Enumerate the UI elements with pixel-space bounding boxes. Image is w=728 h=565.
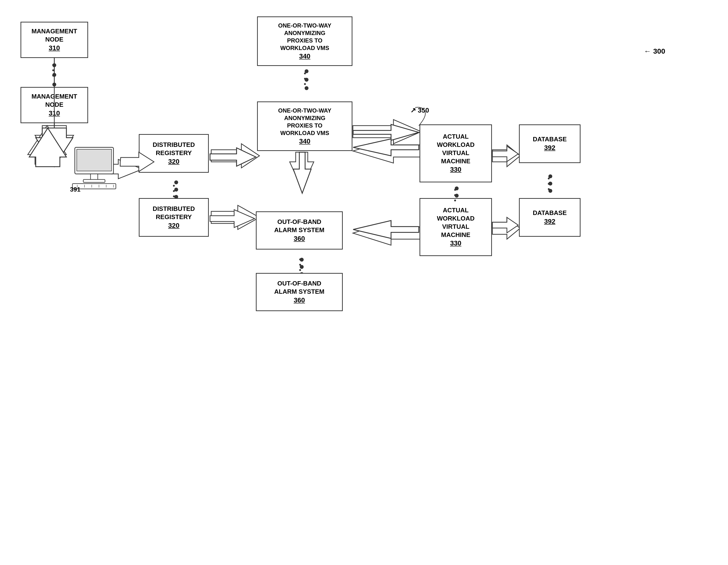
svg-marker-47 <box>353 124 419 140</box>
svg-marker-48 <box>353 139 419 156</box>
svg-marker-46 <box>210 148 256 166</box>
vm-1-ref: 330 <box>450 165 462 174</box>
db-2-ref: 392 <box>544 217 555 226</box>
dist-registry-2-ref: 320 <box>168 221 180 230</box>
svg-marker-52 <box>492 146 518 162</box>
svg-rect-33 <box>77 149 112 171</box>
dist-registry-2-box: DISTRIBUTED REGISTERY 320 <box>139 198 209 237</box>
svg-marker-8 <box>353 221 421 245</box>
svg-marker-11 <box>492 217 520 239</box>
svg-marker-5 <box>353 119 421 144</box>
dist-registry-1-label: DISTRIBUTED REGISTERY <box>153 141 195 157</box>
alarm-1-ref: 360 <box>294 234 305 243</box>
mgmt-dots: ● ● ● <box>52 62 55 78</box>
svg-marker-50 <box>353 220 419 238</box>
alarm-dots: ● ● ● <box>299 256 301 273</box>
right-arrow-vm2-db2 <box>492 217 520 239</box>
left-arrow-vm-proxy <box>353 139 421 163</box>
ref-350-label: ↗ 350 <box>410 106 429 114</box>
db-1-ref: 392 <box>544 143 555 152</box>
db-1-box: DATABASE 392 <box>519 124 581 163</box>
vm-2-box: ACTUAL WORKLOAD VIRTUAL MACHINE 330 <box>420 198 492 256</box>
alarm-2-label: OUT-OF-BAND ALARM SYSTEM <box>274 279 324 296</box>
svg-rect-35 <box>83 179 105 182</box>
svg-marker-9 <box>211 205 259 229</box>
management-node-1-ref: 310 <box>49 44 60 52</box>
proxy-1-ref: 340 <box>299 52 310 61</box>
svg-marker-44 <box>29 128 66 167</box>
management-node-1-label: MANAGEMENT NODE <box>31 27 77 44</box>
management-node-2-box: MANAGEMENT NODE 310 <box>21 87 88 123</box>
svg-marker-10 <box>492 145 520 167</box>
dreg-dots: ● ● ● <box>173 182 175 199</box>
figure-number: ← 300 <box>644 47 665 55</box>
svg-point-14 <box>52 83 56 86</box>
db-2-box: DATABASE 392 <box>519 198 581 237</box>
alarm-1-label: OUT-OF-BAND ALARM SYSTEM <box>274 218 324 234</box>
up-arrow-left <box>28 126 66 164</box>
dist-registry-1-ref: 320 <box>168 157 180 166</box>
dist-registry-2-label: DISTRIBUTED REGISTERY <box>153 205 195 221</box>
computer-icon: 391 <box>68 145 121 191</box>
computer-ref-label: 391 <box>70 186 80 193</box>
right-arrow-vm1-db1 <box>492 145 520 167</box>
svg-marker-6 <box>353 139 421 163</box>
dist-registry-1-box: DISTRIBUTED REGISTERY 320 <box>139 134 209 173</box>
vm-2-label: ACTUAL WORKLOAD VIRTUAL MACHINE <box>437 206 475 239</box>
vm-dots: ● ● ● <box>454 186 456 203</box>
alarm-2-box: OUT-OF-BAND ALARM SYSTEM 360 <box>256 273 343 311</box>
diagram: MANAGEMENT NODE 310 MANAGEMENT NODE 310 … <box>0 0 728 565</box>
down-arrow-proxy-alarm <box>290 152 314 188</box>
right-arrow-proxy-vm1 <box>353 119 421 144</box>
management-node-2-ref: 310 <box>49 109 60 118</box>
proxy-dots: ● ● ● <box>304 70 306 87</box>
svg-marker-7 <box>290 152 314 188</box>
proxy-1-label: ONE-OR-TWO-WAY ANONYMIZING PROXIES TO WO… <box>278 22 331 52</box>
vm-2-ref: 330 <box>450 239 462 247</box>
svg-marker-4 <box>211 144 259 168</box>
svg-marker-53 <box>492 217 518 233</box>
db-2-label: DATABASE <box>533 209 567 217</box>
right-arrow-reg2-alarm <box>211 205 259 229</box>
arrows-svg <box>0 0 728 565</box>
alarm-2-ref: 360 <box>294 296 305 305</box>
management-node-2-label: MANAGEMENT NODE <box>31 92 77 109</box>
svg-marker-51 <box>210 210 255 227</box>
proxy-2-label: ONE-OR-TWO-WAY ANONYMIZING PROXIES TO WO… <box>278 107 331 137</box>
vm-1-label: ACTUAL WORKLOAD VIRTUAL MACHINE <box>437 133 475 165</box>
vm-1-box: ACTUAL WORKLOAD VIRTUAL MACHINE 330 <box>420 124 492 182</box>
right-arrow-reg-proxy <box>211 144 259 168</box>
proxy-1-box: ONE-OR-TWO-WAY ANONYMIZING PROXIES TO WO… <box>257 16 352 66</box>
db-1-label: DATABASE <box>533 135 567 143</box>
proxy-2-ref: 340 <box>299 137 310 146</box>
alarm-1-box: OUT-OF-BAND ALARM SYSTEM 360 <box>256 211 343 249</box>
left-arrow-vm2-alarm <box>353 221 421 245</box>
svg-rect-34 <box>91 174 98 180</box>
management-node-1-box: MANAGEMENT NODE 310 <box>21 22 88 58</box>
db-dots: ● ● ● <box>547 175 550 192</box>
proxy-2-box: ONE-OR-TWO-WAY ANONYMIZING PROXIES TO WO… <box>257 101 352 151</box>
svg-marker-43 <box>36 128 73 167</box>
svg-marker-49 <box>293 152 311 193</box>
svg-marker-2 <box>28 126 66 164</box>
main-arrows-svg <box>0 0 728 565</box>
computer-svg <box>68 145 121 191</box>
